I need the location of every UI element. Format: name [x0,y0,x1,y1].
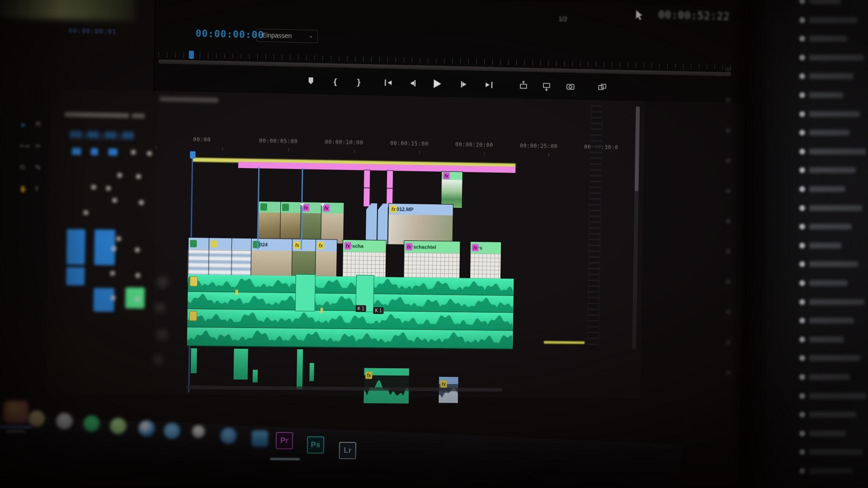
app-lightgreen-taskbar-icon[interactable] [110,418,127,434]
track-toggle-dot[interactable] [139,200,144,205]
timeline-clip[interactable] [259,202,281,243]
step-back-button[interactable] [406,76,420,90]
desktop-shortcut-label-blurred [0,425,32,429]
adobe-lr-taskbar-icon[interactable]: Lr [339,442,357,459]
twitter-taskbar-icon[interactable] [164,422,180,439]
extract-button[interactable] [540,79,553,93]
timeline-clip[interactable]: fx [301,202,321,243]
type-tool[interactable]: T [34,185,39,192]
timeline-toggle-icon[interactable] [108,148,118,156]
audio-keyframe-marker[interactable] [321,308,323,313]
selection-tool[interactable]: ➤ [20,120,27,130]
audio-clip[interactable]: fx [363,368,409,404]
timeline-header-timecode[interactable]: 00:00:00:00 [70,129,134,141]
timeline-clip[interactable] [366,203,377,244]
track-toggle-dot[interactable] [91,184,96,189]
track-toggle-dot[interactable] [135,296,140,301]
mark-in-button[interactable]: { [328,75,342,89]
ripple-edit-tool[interactable]: ⟷ [19,141,29,150]
track-toggle-dot[interactable] [112,198,117,203]
pen-tool[interactable]: ✎ [35,164,41,172]
clip-header [189,238,209,250]
audio-keyframe-badge[interactable] [189,311,198,321]
app-white-taskbar-icon[interactable] [56,413,73,429]
timeline-toggle-icon[interactable] [72,148,81,155]
track-toggle-dot[interactable] [136,174,141,179]
list-item-text-blurred [809,393,867,399]
lift-button[interactable] [517,79,530,92]
audio-clip[interactable] [295,274,316,312]
timeline-clip[interactable] [363,170,370,206]
audio-keyframe-badge[interactable] [190,277,198,286]
export-frame-button[interactable] [564,80,577,94]
track-select-button[interactable] [66,229,85,265]
audio-keyframe-marker[interactable] [235,290,238,295]
step-forward-button[interactable] [457,77,471,91]
audio-meter-marker [544,341,585,344]
list-item-text-blurred [809,55,864,61]
track-toggle-dot[interactable] [117,173,122,178]
vertical-scrollbar-thumb[interactable] [635,106,640,191]
hand-tool[interactable]: ✋ [19,185,28,193]
playhead-handle[interactable] [190,151,195,159]
audio-waveform-lane[interactable] [187,327,513,349]
track-toggle-dot[interactable] [111,246,116,251]
bezel-reflection-dot [726,280,730,284]
list-item-icon [799,224,805,230]
go-to-in-button[interactable] [382,76,395,90]
track-toggle-dot[interactable] [147,151,152,156]
desktop-shortcut-icon[interactable] [3,400,28,423]
timeline-clip[interactable]: fx [321,202,344,244]
track-toggle-dot[interactable] [83,210,88,215]
timeline-clip[interactable]: fx [441,172,462,208]
track-toggle-dot[interactable] [135,273,140,278]
slip-tool[interactable]: ⟲ [19,163,25,171]
list-item-icon [799,55,805,61]
monitor-bezel [731,0,767,488]
audio-clip[interactable] [253,370,258,382]
audio-clip[interactable] [309,363,314,381]
ruler-timecode-label: 00:00 [193,136,211,143]
timeline-clip[interactable] [377,203,388,244]
compare-view-button[interactable] [595,80,609,94]
bezel-reflection-dot [726,68,730,72]
track-select-forward-tool[interactable]: ⇱ [36,121,42,129]
monitor-playhead[interactable] [189,51,194,59]
track-toggle-dot[interactable] [135,247,140,252]
transition-icon [320,203,325,207]
sequence-tab-blurred[interactable] [160,96,218,103]
track-toggle-dot[interactable] [106,186,111,191]
track-toggle-dot[interactable] [110,271,115,276]
track-toggle-dot[interactable] [131,150,136,155]
razor-tool[interactable]: ✂ [35,142,41,150]
timeline-clip[interactable] [280,202,301,243]
app-yellow-taskbar-icon[interactable] [28,410,45,427]
zoom-mode-dropdown[interactable]: Einpassen ⌄ [257,28,318,43]
add-marker-button[interactable] [304,74,318,88]
track-select-button[interactable] [66,267,85,286]
media-app-taskbar-icon[interactable] [192,425,205,438]
list-item-icon [799,280,805,286]
adobe-pr-taskbar-icon[interactable]: Pr [276,432,293,449]
active-app-indicator [270,458,300,460]
go-to-out-button[interactable] [482,78,495,92]
list-item-text-blurred [809,149,866,155]
background-monitor-list [764,0,868,488]
timeline-toggle-icon[interactable] [91,148,99,155]
play-button[interactable] [430,77,443,91]
audio-clip[interactable] [233,349,248,380]
timeline-clip[interactable] [387,171,393,207]
audio-clip[interactable] [191,348,197,373]
adobe-ps-taskbar-icon[interactable]: Ps [307,436,325,454]
playback-resolution-dropdown[interactable]: 1/2 [559,15,567,23]
audio-clip[interactable] [297,349,303,389]
folder-taskbar-icon[interactable] [251,431,268,447]
current-timecode[interactable]: 00:00:00:00 [195,28,264,41]
track-toggle-dot[interactable] [116,236,121,241]
track-toggle-dot[interactable] [111,296,116,300]
timeline-clip[interactable]: fxC0012.MP [388,204,453,245]
list-item-text-blurred [809,280,848,286]
app-green-taskbar-icon[interactable] [83,415,100,432]
mark-out-button[interactable]: } [352,75,365,89]
list-item-text-blurred [809,318,854,324]
